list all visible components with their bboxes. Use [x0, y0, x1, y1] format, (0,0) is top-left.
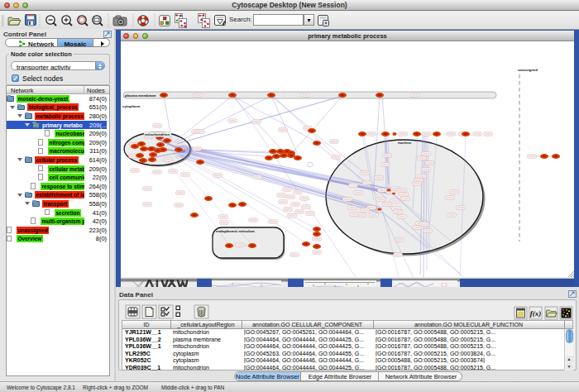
svg-text:plasma membrane: plasma membrane: [125, 93, 156, 98]
svg-text:nucleus: nucleus: [398, 141, 412, 145]
svg-text:mitochondrion: mitochondrion: [145, 132, 170, 136]
svg-text:cytoplasm: cytoplasm: [122, 104, 140, 108]
svg-text:f(x): f(x): [530, 309, 542, 318]
svg-text:endoplasmic reticulum: endoplasmic reticulum: [216, 229, 255, 233]
svg-text:unassigned: unassigned: [518, 68, 538, 72]
